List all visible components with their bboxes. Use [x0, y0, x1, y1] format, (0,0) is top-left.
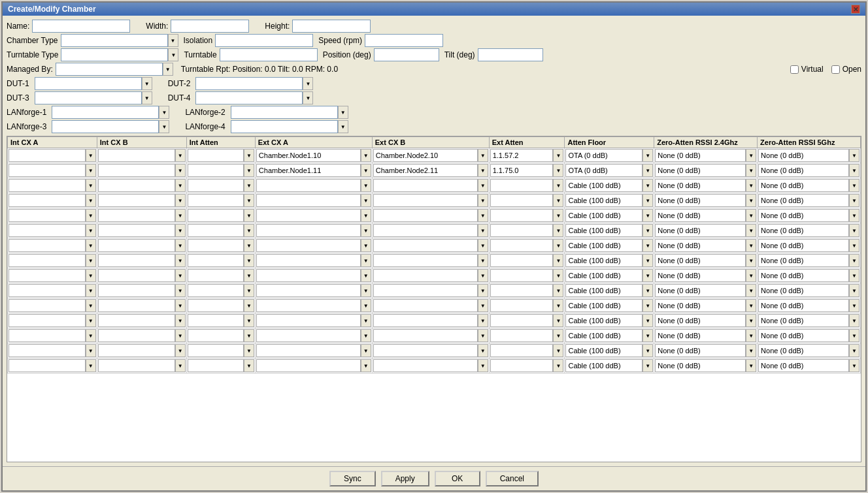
speed-rpm-input[interactable]: 0.0	[365, 34, 443, 47]
table-row: ▼▼▼▼▼▼▼▼▼	[8, 193, 861, 208]
lanforge3-label: LANforge-3	[7, 122, 46, 131]
lanforge2-label: LANforge-2	[185, 108, 225, 117]
chamber-type-input[interactable]: Medium (1)	[61, 34, 168, 47]
name-label: Name:	[7, 22, 29, 31]
dut3-input[interactable]	[35, 91, 142, 104]
col-zero-5g: Zero-Atten RSSI 5Ghz	[758, 137, 861, 148]
turntable-rpt: Turntable Rpt: Position: 0.0 Tilt: 0.0 R…	[181, 65, 782, 74]
cancel-button[interactable]: Cancel	[486, 471, 539, 486]
turntable-type-label: Turntable Type	[7, 50, 58, 59]
lanforge4-label: LANforge-4	[185, 122, 225, 131]
sync-button[interactable]: Sync	[329, 471, 376, 486]
name-input[interactable]: Node1	[32, 20, 130, 33]
table-row: ▼▼▼▼▼▼▼▼▼	[8, 148, 861, 163]
open-checkbox[interactable]	[831, 65, 840, 74]
chamber-type-dropdown[interactable]: ▼	[168, 34, 178, 47]
lanforge1-dropdown[interactable]: ▼	[159, 106, 169, 119]
table-row: ▼▼▼▼▼▼▼▼▼	[8, 178, 861, 193]
lanforge1-label: LANforge-1	[7, 108, 46, 117]
dut1-label: DUT-1	[7, 79, 29, 88]
lanforge3-dropdown[interactable]: ▼	[159, 120, 169, 133]
col-ext-atten: Ext Atten	[489, 137, 565, 148]
managed-by-input[interactable]: None	[56, 63, 163, 76]
connections-table: Int CX A Int CX B Int Atten Ext CX A Ext…	[7, 136, 861, 462]
virtual-label: Virtual	[801, 65, 824, 74]
speed-rpm-label: Speed (rpm)	[318, 36, 362, 45]
button-row: Sync Apply OK Cancel	[3, 466, 865, 490]
open-label: Open	[843, 65, 861, 74]
lanforge3-input[interactable]: None	[52, 120, 159, 133]
table-row: ▼▼▼▼▼▼▼▼▼	[8, 238, 861, 253]
lanforge4-dropdown[interactable]: ▼	[338, 120, 348, 133]
table-row: ▼▼▼▼▼▼▼▼▼	[8, 253, 861, 268]
col-int-cx-b: Int CX B	[97, 137, 186, 148]
title-bar: Create/Modify Chamber ✕	[3, 3, 865, 16]
height-label: Height:	[265, 22, 290, 31]
dut4-dropdown[interactable]: ▼	[303, 91, 313, 104]
position-input[interactable]: 0.0	[374, 48, 439, 61]
apply-button[interactable]: Apply	[381, 471, 429, 486]
dut4-input[interactable]	[195, 91, 303, 104]
col-int-cx-a: Int CX A	[8, 137, 97, 148]
dut2-dropdown[interactable]: ▼	[303, 77, 313, 90]
col-ext-cx-b: Ext CX B	[372, 137, 489, 148]
isolation-input[interactable]: 80	[215, 34, 313, 47]
dut4-label: DUT-4	[168, 93, 191, 103]
table-row: ▼▼▼▼▼▼▼▼▼	[8, 358, 861, 374]
table-row: ▼▼▼▼▼▼▼▼▼	[8, 163, 861, 178]
width-input[interactable]: 150	[171, 20, 249, 33]
tilt-label: Tilt (deg)	[444, 50, 475, 59]
col-ext-cx-a: Ext CX A	[255, 137, 372, 148]
tilt-input[interactable]: 0.0	[478, 48, 543, 61]
close-button[interactable]: ✕	[851, 5, 860, 14]
table-row: ▼▼▼▼▼▼▼▼▼	[8, 328, 861, 343]
table-row: ▼▼▼▼▼▼▼▼▼	[8, 298, 861, 313]
dut2-label: DUT-2	[168, 79, 191, 88]
height-input[interactable]: 150	[292, 20, 371, 33]
table-row: ▼▼▼▼▼▼▼▼▼	[8, 268, 861, 283]
dut3-dropdown[interactable]: ▼	[142, 91, 152, 104]
turntable-label: Turntable	[184, 50, 216, 59]
table-row: ▼▼▼▼▼▼▼▼▼	[8, 313, 861, 328]
chamber-type-label: Chamber Type	[7, 36, 58, 45]
turntable-type-input[interactable]: CT850A (0)	[61, 48, 168, 61]
width-label: Width:	[146, 22, 168, 31]
dut1-input[interactable]: Node1	[35, 77, 142, 90]
table-row: ▼▼▼▼▼▼▼▼▼	[8, 223, 861, 238]
dut1-dropdown[interactable]: ▼	[142, 77, 152, 90]
dut3-label: DUT-3	[7, 93, 29, 103]
table-row: ▼▼▼▼▼▼▼▼▼	[8, 208, 861, 223]
lanforge4-input[interactable]: None	[231, 120, 338, 133]
table-row: ▼▼▼▼▼▼▼▼▼	[8, 343, 861, 358]
turntable-input[interactable]	[220, 48, 318, 61]
ok-button[interactable]: OK	[435, 471, 480, 486]
table-row: ▼▼▼▼▼▼▼▼▼	[8, 283, 861, 298]
main-window: Create/Modify Chamber ✕ Name: Node1 Widt…	[1, 1, 867, 492]
col-zero-2g: Zero-Atten RSSI 2.4Ghz	[654, 137, 758, 148]
lanforge1-input[interactable]: 3 (Node1)	[52, 106, 159, 119]
virtual-checkbox[interactable]	[790, 65, 799, 74]
col-int-atten: Int Atten	[186, 137, 255, 148]
col-atten-floor: Atten Floor	[565, 137, 654, 148]
lanforge2-dropdown[interactable]: ▼	[338, 106, 348, 119]
managed-by-label: Managed By:	[7, 65, 53, 74]
isolation-label: Isolation	[184, 36, 213, 45]
managed-by-dropdown[interactable]: ▼	[163, 63, 173, 76]
turntable-type-dropdown[interactable]: ▼	[168, 48, 178, 61]
position-label: Position (deg)	[323, 50, 371, 59]
window-title: Create/Modify Chamber	[8, 5, 96, 14]
dut2-input[interactable]	[195, 77, 303, 90]
lanforge2-input[interactable]: None	[231, 106, 338, 119]
